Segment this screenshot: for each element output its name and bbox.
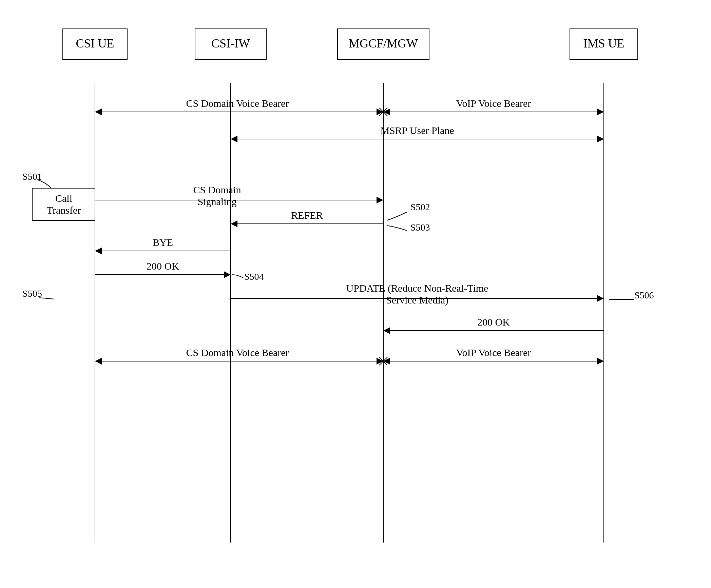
svg-marker-25 [95, 248, 102, 254]
svg-marker-17 [597, 136, 604, 142]
svg-marker-23 [231, 220, 237, 227]
voip-voice-bearer-label-2: VoIP Voice Bearer [456, 347, 531, 358]
svg-marker-18 [231, 136, 237, 142]
s506-label: S506 [634, 290, 654, 300]
voip-voice-bearer-label-1: VoIP Voice Bearer [456, 98, 531, 109]
s504-label: S504 [244, 271, 264, 282]
svg-marker-29 [597, 295, 604, 302]
csi-ue-label: CSI UE [76, 37, 114, 50]
svg-marker-14 [597, 109, 604, 115]
svg-marker-27 [224, 271, 231, 278]
update-label-2: Service Media) [386, 294, 448, 306]
cs-domain-voice-bearer-label-1: CS Domain Voice Bearer [186, 98, 289, 109]
cs-domain-signaling-label-1: CS Domain [193, 184, 241, 195]
svg-marker-15 [383, 109, 390, 115]
refer-label: REFER [291, 210, 323, 221]
call-transfer-label-line2: Transfer [47, 204, 81, 216]
cs-domain-voice-bearer-label-2: CS Domain Voice Bearer [186, 347, 289, 358]
svg-marker-10 [95, 109, 102, 115]
mgcf-mgw-label: MGCF/MGW [349, 37, 418, 50]
sequence-diagram: CSI UE CSI-IW MGCF/MGW IMS UE CS Domain … [0, 0, 711, 588]
200ok-label-2: 200 OK [477, 316, 510, 328]
200ok-label-1: 200 OK [147, 260, 179, 272]
update-label-1: UPDATE (Reduce Non-Real-Time [346, 282, 488, 294]
diagram-container: CSI UE CSI-IW MGCF/MGW IMS UE CS Domain … [0, 0, 711, 588]
s502-label: S502 [410, 202, 430, 212]
svg-marker-21 [377, 197, 383, 203]
svg-marker-34 [95, 358, 102, 365]
svg-marker-39 [383, 358, 390, 365]
s503-label: S503 [410, 222, 430, 233]
bye-label: BYE [153, 237, 173, 248]
call-transfer-label-line1: Call [55, 193, 72, 204]
cs-domain-signaling-label-2: Signaling [197, 196, 236, 207]
svg-marker-33 [377, 358, 383, 365]
msrp-user-plane-label: MSRP User Plane [380, 125, 454, 136]
svg-marker-38 [597, 358, 604, 365]
svg-marker-9 [377, 109, 383, 115]
ims-ue-label: IMS UE [583, 37, 624, 50]
svg-marker-31 [383, 327, 390, 334]
csi-iw-label: CSI-IW [211, 37, 250, 50]
s505-label: S505 [22, 288, 42, 299]
